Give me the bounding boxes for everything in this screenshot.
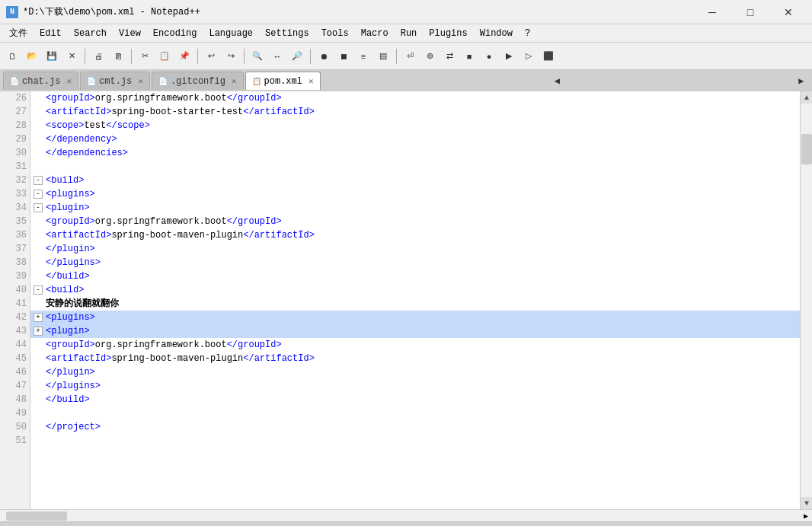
restore-button[interactable]: □: [733, 0, 768, 24]
b4-button[interactable]: ▷: [519, 47, 538, 65]
print-button[interactable]: 🖨: [89, 47, 107, 65]
menu-item-window[interactable]: Window: [474, 24, 519, 42]
code-content-37: </plugin>: [46, 242, 95, 256]
code-line-45[interactable]: <artifactId>spring-boot-maven-plugin</ar…: [30, 352, 800, 365]
menu-item-plugins[interactable]: Plugins: [423, 24, 473, 42]
tab-cmtjs[interactable]: 📄cmt.js✕: [80, 72, 150, 90]
menu-item-run[interactable]: Run: [395, 24, 424, 42]
menu-item-encoding[interactable]: Encoding: [147, 24, 203, 42]
code-line-51[interactable]: [30, 434, 800, 448]
tab-scroll-left[interactable]: ◀: [549, 72, 564, 90]
tab-scroll-right[interactable]: ▶: [794, 72, 809, 90]
code-line-36[interactable]: <artifactId>spring-boot-maven-plugin</ar…: [30, 228, 800, 242]
minimize-button[interactable]: ─: [695, 0, 730, 24]
tab-icon-chat.js: 📄: [10, 77, 19, 86]
scroll-right-button[interactable]: ▶: [800, 510, 812, 522]
code-line-37[interactable]: </plugin>: [30, 242, 800, 256]
cut-button[interactable]: ✂: [136, 47, 154, 65]
code-line-30[interactable]: </dependencies>: [30, 146, 800, 160]
menu-item-view[interactable]: View: [113, 24, 147, 42]
tab-gitconfig[interactable]: 📄.gitconfig✕: [152, 72, 244, 90]
outdent-button[interactable]: ▤: [374, 47, 392, 65]
redo-button[interactable]: ↪: [222, 47, 240, 65]
open-button[interactable]: 📂: [23, 47, 41, 65]
scroll-thumb[interactable]: [801, 134, 812, 164]
code-area[interactable]: <groupId>org.springframework.boot</group…: [30, 91, 800, 509]
code-line-34[interactable]: - <plugin>: [30, 201, 800, 215]
tab-bar: 📄chat.js✕📄cmt.js✕📄.gitconfig✕📋pom.xml✕◀▶: [0, 70, 812, 91]
fold-btn-33[interactable]: -: [34, 190, 43, 199]
indent-button[interactable]: ≡: [354, 47, 372, 65]
code-line-26[interactable]: <groupId>org.springframework.boot</group…: [30, 91, 800, 105]
code-line-29[interactable]: </dependency>: [30, 132, 800, 146]
tab-close-btn[interactable]: ✕: [232, 76, 237, 86]
fold-btn-40[interactable]: -: [34, 285, 43, 295]
macro2-button[interactable]: ⏹: [334, 47, 353, 65]
b1-button[interactable]: ■: [460, 47, 478, 65]
code-line-47[interactable]: </plugins>: [30, 379, 800, 393]
close-doc-button[interactable]: ✕: [62, 47, 81, 65]
code-line-27[interactable]: <artifactId>spring-boot-starter-test</ar…: [30, 105, 800, 119]
print-preview-button[interactable]: 🖹: [109, 47, 127, 65]
copy-button[interactable]: 📋: [155, 47, 174, 65]
b5-button[interactable]: ⬛: [539, 47, 558, 65]
scrollbar-vertical[interactable]: ▲ ▼: [800, 91, 812, 509]
code-line-35[interactable]: <groupId>org.springframework.boot</group…: [30, 215, 800, 228]
code-line-50[interactable]: </project>: [30, 420, 800, 434]
scroll-down-button[interactable]: ▼: [801, 497, 812, 509]
code-content-41: 安静的说翻就翻你: [46, 297, 119, 311]
macro-button[interactable]: ⏺: [315, 47, 333, 65]
menu-item-settings[interactable]: Settings: [259, 24, 315, 42]
menu-item-language[interactable]: Language: [203, 24, 259, 42]
wrap-button[interactable]: ⏎: [401, 47, 419, 65]
menu-item-edit[interactable]: Edit: [34, 24, 68, 42]
tab-chatjs[interactable]: 📄chat.js✕: [3, 72, 78, 90]
menu-item-[interactable]: 文件: [3, 24, 34, 42]
b3-button[interactable]: ▶: [500, 47, 518, 65]
tab-close-btn[interactable]: ✕: [66, 76, 72, 86]
save-button[interactable]: 💾: [43, 47, 61, 65]
code-line-46[interactable]: </plugin>: [30, 365, 800, 379]
menu-item-macro[interactable]: Macro: [355, 24, 395, 42]
zoom-in-button[interactable]: 🔎: [288, 47, 306, 65]
code-line-32[interactable]: - <build>: [30, 174, 800, 187]
tab-close-btn[interactable]: ✕: [308, 76, 314, 86]
scroll-up-button[interactable]: ▲: [801, 91, 812, 104]
line-num-48: 48: [3, 393, 27, 406]
paste-button[interactable]: 📌: [175, 47, 193, 65]
h-scroll-thumb[interactable]: [6, 512, 67, 521]
undo-button[interactable]: ↩: [202, 47, 220, 65]
b2-button[interactable]: ●: [480, 47, 498, 65]
status-bar: eXtensible Markup La | length : 1,423 | …: [0, 521, 812, 526]
fold-btn-34[interactable]: -: [34, 203, 43, 212]
code-line-33[interactable]: - <plugins>: [30, 187, 800, 201]
fold-btn-43[interactable]: +: [34, 327, 43, 336]
fold-btn-42[interactable]: +: [34, 313, 43, 322]
code-content-47: </plugins>: [46, 379, 101, 393]
code-line-42[interactable]: + <plugins>: [30, 311, 800, 324]
code-line-40[interactable]: - <build>: [30, 283, 800, 297]
tab-pomxml[interactable]: 📋pom.xml✕: [245, 72, 321, 90]
scrollbar-horizontal[interactable]: ▶: [0, 509, 812, 521]
code-line-38[interactable]: </plugins>: [30, 256, 800, 269]
new-button[interactable]: 🗋: [3, 47, 21, 65]
menu-item-[interactable]: ?: [519, 24, 536, 42]
code-line-49[interactable]: [30, 406, 800, 420]
sync-button[interactable]: ⇄: [440, 47, 459, 65]
code-line-39[interactable]: </build>: [30, 269, 800, 283]
code-line-44[interactable]: <groupId>org.springframework.boot</group…: [30, 338, 800, 352]
fold-btn-32[interactable]: -: [34, 176, 43, 185]
line-num-31: 31: [3, 160, 27, 174]
menu-item-search[interactable]: Search: [68, 24, 113, 42]
close-button[interactable]: ✕: [771, 0, 806, 24]
code-line-31[interactable]: [30, 160, 800, 174]
code-line-41[interactable]: 安静的说翻就翻你: [30, 297, 800, 311]
code-line-28[interactable]: <scope>test</scope>: [30, 119, 800, 132]
code-line-43[interactable]: + <plugin>: [30, 324, 800, 338]
replace-button[interactable]: ↔: [268, 47, 286, 65]
code-line-48[interactable]: </build>: [30, 393, 800, 406]
focus-button[interactable]: ⊕: [420, 47, 439, 65]
menu-item-tools[interactable]: Tools: [315, 24, 355, 42]
tab-close-btn[interactable]: ✕: [138, 76, 143, 86]
find-button[interactable]: 🔍: [248, 47, 267, 65]
